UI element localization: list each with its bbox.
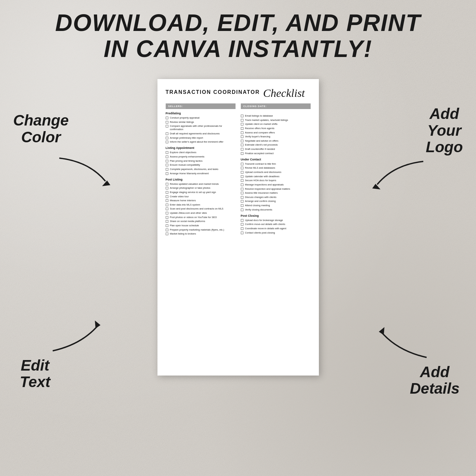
- list-item: Scan and post disclosures and contracts …: [166, 207, 236, 210]
- checkbox[interactable]: [241, 196, 243, 199]
- list-item: Draft counteroffer if needed: [241, 148, 311, 151]
- checkbox[interactable]: [241, 183, 243, 186]
- checkbox[interactable]: [241, 232, 243, 234]
- checkbox[interactable]: [241, 227, 243, 230]
- col-left: SELLERS: Predilating Conduct property ap…: [166, 103, 236, 237]
- list-item: Post photos or videos on YouTube for SEO: [166, 216, 236, 219]
- checkbox[interactable]: [166, 141, 168, 143]
- list-item: Assess property enhancements: [166, 155, 236, 158]
- checkbox[interactable]: [241, 179, 243, 182]
- checkbox[interactable]: [241, 204, 243, 207]
- checkbox[interactable]: [166, 151, 168, 154]
- checkbox[interactable]: [166, 155, 168, 158]
- checkbox[interactable]: [166, 160, 168, 162]
- section-predilating-title: Predilating: [166, 112, 236, 115]
- list-item: Verify closing documents: [241, 208, 311, 211]
- checkbox[interactable]: [241, 167, 243, 169]
- arrow-add-details: [367, 321, 440, 364]
- checkbox[interactable]: [241, 219, 243, 222]
- checkbox[interactable]: [166, 172, 168, 175]
- checkbox[interactable]: [241, 115, 243, 117]
- checkbox[interactable]: [241, 171, 243, 174]
- checkbox[interactable]: [241, 223, 243, 226]
- col-right-header: CLOSING DATE:: [241, 103, 311, 109]
- list-item: Review similar listings: [166, 121, 236, 124]
- list-item: Update calendar with deadlines: [241, 175, 311, 178]
- list-item: Enter data into MLS system: [166, 203, 236, 207]
- checkbox[interactable]: [166, 121, 168, 124]
- list-item: Confirm move-out details with clients: [241, 223, 311, 226]
- list-item: Attend closing meeting: [241, 204, 311, 207]
- checkbox[interactable]: [166, 212, 168, 214]
- checkbox[interactable]: [166, 229, 168, 231]
- checkbox[interactable]: [166, 204, 168, 206]
- svg-marker-1: [372, 184, 380, 189]
- checkbox[interactable]: [241, 148, 243, 151]
- checkbox[interactable]: [241, 200, 243, 203]
- list-item: Revise MLS and databases: [241, 166, 311, 170]
- checkbox[interactable]: [166, 168, 168, 171]
- checkbox[interactable]: [166, 224, 168, 227]
- list-item: Draft all required agreements and disclo…: [166, 132, 236, 135]
- list-item: Compare appraisals with other profession…: [166, 125, 236, 131]
- checkbox[interactable]: [241, 140, 243, 142]
- list-item: Arrange preliminary title report: [166, 136, 236, 140]
- checkbox[interactable]: [241, 123, 243, 126]
- checkbox[interactable]: [166, 199, 168, 202]
- headline-line2: IN CANVA INSTANTLY!: [0, 36, 476, 62]
- list-item: Measure home interiors: [166, 199, 236, 202]
- arrow-add-logo: [367, 155, 433, 194]
- section-listing-appointment-title: Listing Appointment: [166, 146, 236, 150]
- checkbox[interactable]: [166, 191, 168, 194]
- checkbox[interactable]: [166, 187, 168, 189]
- list-item: Engage staging service & set up yard sig…: [166, 191, 236, 194]
- checkbox[interactable]: [241, 135, 243, 138]
- list-item: Upload docs for brokerage storage: [241, 219, 311, 222]
- col-left-header: SELLERS:: [166, 103, 236, 109]
- checkbox[interactable]: [241, 175, 243, 178]
- list-item: Email listings to database: [241, 114, 311, 118]
- checkbox[interactable]: [166, 220, 168, 223]
- checkbox[interactable]: [166, 233, 168, 235]
- list-item: Explore client objectives: [166, 151, 236, 154]
- list-item: Arrange and confirm closing: [241, 200, 311, 203]
- checkbox[interactable]: [241, 152, 243, 155]
- checkbox[interactable]: [166, 137, 168, 139]
- list-item: Arrange photographer or take photos: [166, 186, 236, 190]
- checkbox[interactable]: [241, 209, 243, 211]
- checkbox[interactable]: [166, 216, 168, 219]
- list-item: Update Zillow.com and other sites: [166, 211, 236, 215]
- doc-title-right: Checklist: [263, 88, 305, 99]
- checkbox[interactable]: [166, 208, 168, 210]
- checkbox[interactable]: [241, 192, 243, 194]
- svg-marker-2: [95, 321, 100, 328]
- checkbox[interactable]: [241, 131, 243, 134]
- list-item: Ensure mutual compatibility: [166, 163, 236, 167]
- checkbox[interactable]: [241, 144, 243, 146]
- checkbox[interactable]: [166, 117, 168, 119]
- list-item: Arrange Home Warranty enrollment: [166, 172, 236, 175]
- list-item: Plan open house schedule: [166, 224, 236, 227]
- checkbox[interactable]: [241, 119, 243, 122]
- checkbox[interactable]: [166, 195, 168, 198]
- change-color-label: ChangeColor: [13, 112, 69, 145]
- list-item: Verify buyer's financing: [241, 135, 311, 138]
- section-post-listing-title: Post Listing: [166, 178, 236, 181]
- checkbox[interactable]: [241, 163, 243, 165]
- document: TRANSACTION COORDINATOR Checklist SELLER…: [157, 79, 319, 376]
- checkbox[interactable]: [166, 183, 168, 185]
- page-container: DOWNLOAD, EDIT, AND PRINT IN CANVA INSTA…: [0, 0, 476, 476]
- list-item: Negotiate and advise on offers: [241, 139, 311, 143]
- checkbox[interactable]: [166, 164, 168, 166]
- checkbox[interactable]: [166, 125, 168, 127]
- list-item: Review updated valuation and market tren…: [166, 182, 236, 186]
- list-item: Discuss changes with clients: [241, 196, 311, 199]
- checkbox[interactable]: [241, 127, 243, 130]
- list-item: Upload contracts and disclosures: [241, 171, 311, 174]
- section-post-closing-title: Post Closing: [241, 214, 311, 217]
- arrow-edit-text: [40, 315, 112, 357]
- checkbox[interactable]: [166, 132, 168, 135]
- svg-marker-3: [379, 327, 384, 335]
- doc-columns: SELLERS: Predilating Conduct property ap…: [166, 103, 311, 237]
- checkbox[interactable]: [241, 188, 243, 190]
